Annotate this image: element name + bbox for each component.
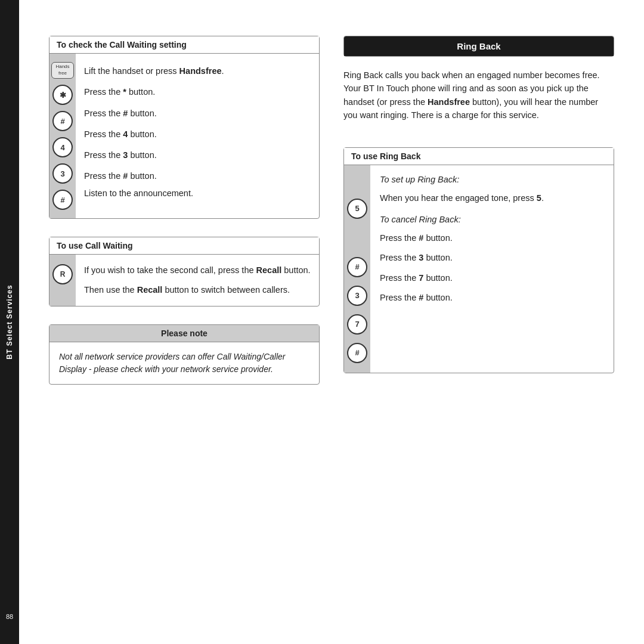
step-3-text: Press the 3 button. xyxy=(84,146,311,161)
step-handsfree: Lift the handset or press Handsfree. xyxy=(84,62,311,77)
page-number: 88 xyxy=(6,613,13,620)
please-note-header: Please note xyxy=(49,325,319,342)
step-star-text: Press the * button. xyxy=(84,83,311,98)
three-icon: 3 xyxy=(52,163,73,184)
listen-text: Listen to the announcement. xyxy=(84,188,311,198)
left-column: To check the Call Waiting setting Handsf… xyxy=(49,36,320,608)
cancel-step-hash1: Press the # button. xyxy=(380,229,604,244)
check-call-waiting-steps: Lift the handset or press Handsfree. Pre… xyxy=(76,54,319,218)
ring-back-description: Ring Back calls you back when an engaged… xyxy=(343,69,614,122)
rb-hash-icon-2: # xyxy=(347,343,367,363)
check-call-waiting-body: Handsfree ✱ # 4 3 # xyxy=(49,54,319,218)
please-note-body: Not all network service providers can of… xyxy=(49,342,319,384)
cw-step1-text: If you wish to take the second call, pre… xyxy=(84,264,311,277)
ring-back-icons: 5 # 3 7 # xyxy=(344,165,370,373)
step-hash1: Press the # button. xyxy=(84,104,311,119)
setup-step-5: When you hear the engaged tone, press 5. xyxy=(380,189,604,204)
ring-back-step-content: To set up Ring Back: When you hear the e… xyxy=(370,165,614,373)
use-ring-back-box: To use Ring Back 5 # 3 7 # xyxy=(343,147,614,373)
sidebar: BT Select Services 88 xyxy=(0,0,19,644)
step-hash1-text: Press the # button. xyxy=(84,104,311,119)
step-hash2: Press the # button. xyxy=(84,167,311,182)
rb-hash-icon-1: # xyxy=(347,257,367,277)
main-content: To check the Call Waiting setting Handsf… xyxy=(19,0,644,644)
cw-icons: R xyxy=(49,255,76,306)
step-3: Press the 3 button. xyxy=(84,146,311,161)
step-star: Press the * button. xyxy=(84,83,311,98)
ring-back-title: Ring Back xyxy=(344,36,614,56)
cancel-step-hash1-text: Press the # button. xyxy=(380,229,453,244)
cancel-step-hash2: Press the # button. xyxy=(380,289,604,304)
check-call-waiting-box: To check the Call Waiting setting Handsf… xyxy=(49,36,320,219)
star-icon: ✱ xyxy=(52,85,73,105)
four-icon: 4 xyxy=(52,137,73,157)
ring-back-title-box: Ring Back xyxy=(343,36,614,57)
setup-step-5-text: When you hear the engaged tone, press 5. xyxy=(380,189,544,204)
use-ring-back-body: 5 # 3 7 # To set up Ring Back: xyxy=(344,165,614,373)
sidebar-label: BT Select Services xyxy=(5,284,14,359)
step-handsfree-text: Lift the handset or press Handsfree. xyxy=(84,62,311,77)
cw-steps: If you wish to take the second call, pre… xyxy=(76,255,319,306)
setup-label: To set up Ring Back: xyxy=(380,175,604,184)
hash-icon-1: # xyxy=(52,111,73,131)
check-call-waiting-icons: Handsfree ✱ # 4 3 # xyxy=(49,54,76,218)
check-call-waiting-header: To check the Call Waiting setting xyxy=(49,36,319,54)
rb-three-icon: 3 xyxy=(347,286,367,306)
recall-icon: R xyxy=(52,264,73,284)
cw-step2-text: Then use the Recall button to switch bet… xyxy=(84,284,311,296)
cancel-step-3: Press the 3 button. xyxy=(380,249,604,264)
right-column: Ring Back Ring Back calls you back when … xyxy=(343,36,614,608)
step-hash2-text: Press the # button. xyxy=(84,167,311,182)
call-waiting-body: R If you wish to take the second call, p… xyxy=(49,255,319,306)
please-note-box: Please note Not all network service prov… xyxy=(49,324,320,385)
step-4: Press the 4 button. xyxy=(84,125,311,140)
hash-icon-2: # xyxy=(52,190,73,210)
cancel-label: To cancel Ring Back: xyxy=(380,215,604,224)
call-waiting-box: To use Call Waiting R If you wish to tak… xyxy=(49,237,320,306)
setup-section: To set up Ring Back: When you hear the e… xyxy=(380,175,604,204)
cancel-step-hash2-text: Press the # button. xyxy=(380,289,453,304)
page: BT Select Services 88 To check the Call … xyxy=(0,0,644,644)
cancel-section: To cancel Ring Back: Press the # button.… xyxy=(380,215,604,304)
five-icon: 5 xyxy=(347,199,367,219)
cancel-step-3-text: Press the 3 button. xyxy=(380,249,453,264)
cancel-step-7: Press the 7 button. xyxy=(380,269,604,284)
use-ring-back-header: To use Ring Back xyxy=(344,148,614,165)
seven-icon: 7 xyxy=(347,314,367,335)
step-4-text: Press the 4 button. xyxy=(84,125,311,140)
call-waiting-header: To use Call Waiting xyxy=(49,237,319,255)
handsfree-icon: Handsfree xyxy=(51,62,74,79)
cancel-step-7-text: Press the 7 button. xyxy=(380,269,453,284)
